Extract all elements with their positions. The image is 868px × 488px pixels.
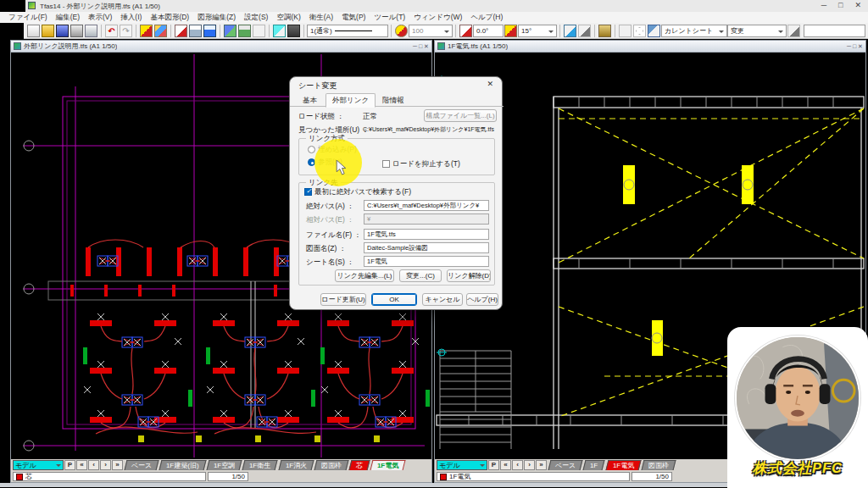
menu-tools[interactable]: ツール(T) — [370, 13, 409, 23]
first-sheet-button[interactable]: « — [76, 460, 87, 470]
minimize-icon[interactable]: ─ — [821, 1, 826, 9]
external-link-icon[interactable] — [253, 25, 265, 37]
sheet-tab-1f-denki-active[interactable]: 1F電気 — [605, 460, 641, 470]
undo-icon[interactable]: ↶ — [105, 25, 118, 37]
last-sheet-button[interactable]: » — [536, 460, 547, 470]
menu-file[interactable]: ファイル(F) — [4, 13, 52, 23]
select-filter-icon[interactable] — [619, 25, 632, 37]
next-sheet-button[interactable]: › — [524, 460, 535, 470]
layer-list-icon[interactable] — [224, 25, 236, 37]
file-name-field[interactable]: 1F電気.tfs — [364, 229, 489, 240]
angle-icon[interactable] — [459, 25, 472, 37]
right-window-titlebar[interactable]: 1F電気.tfs (A1 1/50) ─ □ ✕ — [435, 41, 865, 53]
sheet-tab-1f-eisei[interactable]: 1F衛生 — [242, 460, 278, 470]
model-select[interactable]: モデル — [13, 460, 64, 470]
prompt-icon[interactable] — [787, 25, 800, 37]
sheet-tab-shin-active[interactable]: 芯 — [349, 460, 370, 470]
sheet-settings-icon[interactable] — [238, 25, 251, 37]
menu-window[interactable]: ウィンドウ(W) — [409, 13, 466, 23]
abs-search-checkbox[interactable]: 最初に絶対パスで検索する(F) — [304, 187, 411, 197]
sheet-scope-select[interactable]: カレントシート — [661, 25, 727, 37]
zoom-select[interactable]: 100 — [409, 25, 453, 37]
abs-path-field[interactable]: C:¥Users¥t_maf¥Desktop¥外部リンク¥ — [364, 200, 489, 211]
load-status-label: ロード状態 ： — [298, 112, 344, 122]
config-files-button[interactable]: 構成ファイル一覧...(L) — [424, 109, 497, 122]
sheet-tab-zumenwaku[interactable]: 図面枠 — [314, 460, 349, 470]
tab-floor-info[interactable]: 階情報 — [376, 94, 410, 107]
left-window-titlebar[interactable]: 外部リンク説明用.tfs (A1 1/50) ─ □ ✕ — [11, 41, 431, 53]
sheet-tab-zumenwaku[interactable]: 図面枠 — [642, 460, 676, 470]
suppress-load-checkbox[interactable]: ロードを抑止する(T) — [382, 159, 460, 169]
sheet-tab-1f-denki-linked[interactable]: 1F電気 — [370, 460, 406, 470]
menu-view[interactable]: 表示(V) — [84, 13, 116, 23]
view-frame-icon[interactable] — [203, 25, 216, 37]
current-sheet-field[interactable]: 1F電気 — [437, 472, 630, 481]
unlink-button[interactable]: リンク解除(D) — [447, 269, 491, 282]
freehand-icon[interactable] — [564, 25, 576, 37]
dialog-close-icon[interactable]: ✕ — [487, 80, 493, 88]
tab-external-link[interactable]: 外部リンク — [326, 93, 376, 108]
maximize-icon[interactable]: □ — [838, 1, 843, 9]
menu-settings[interactable]: 設定(S) — [240, 13, 272, 23]
cancel-button[interactable]: キャンセル — [422, 293, 463, 306]
snap-angle-select[interactable]: 15° — [518, 25, 557, 37]
link-edit-button[interactable]: リンク先編集...(L) — [335, 269, 394, 282]
sheet-name-field[interactable]: 1F電気 — [364, 256, 489, 267]
menu-electric[interactable]: 電気(P) — [337, 13, 370, 23]
prev-sheet-button[interactable]: ‹ — [88, 460, 99, 470]
pen-edit-icon[interactable] — [175, 25, 187, 37]
menu-edit[interactable]: 編集(E) — [52, 13, 84, 23]
raster-image-icon[interactable] — [154, 25, 167, 37]
close-icon[interactable]: ✕ — [854, 1, 861, 9]
menu-insert[interactable]: 挿入(I) — [116, 13, 146, 23]
sheet-tab-base[interactable]: ベース — [548, 460, 583, 470]
next-sheet-button[interactable]: › — [100, 460, 111, 470]
tab-basic[interactable]: 基本 — [297, 94, 323, 107]
command-input[interactable] — [804, 25, 865, 37]
ok-button[interactable]: OK — [371, 293, 417, 306]
wrench-icon[interactable] — [598, 25, 611, 37]
polygon-icon[interactable] — [633, 25, 646, 37]
menu-basic-shapes[interactable]: 基本図形(D) — [146, 13, 193, 23]
pen-width-icon[interactable] — [395, 25, 408, 37]
model-select[interactable]: モデル — [437, 460, 487, 470]
spline-icon[interactable] — [578, 25, 591, 37]
first-sheet-button[interactable]: « — [500, 460, 511, 470]
menu-hvac[interactable]: 空調(K) — [272, 13, 304, 23]
angle-input[interactable]: 0.0° — [473, 25, 504, 37]
save-icon[interactable] — [56, 25, 69, 37]
print-icon[interactable] — [85, 25, 97, 37]
menu-shape-edit[interactable]: 図形編集(Z) — [193, 13, 240, 23]
sheet-tab-1f-kucho[interactable]: 1F空調 — [207, 460, 242, 470]
open-file-icon[interactable] — [42, 25, 54, 37]
pen-plus-icon[interactable] — [648, 25, 660, 37]
prev-sheet-button[interactable]: ‹ — [512, 460, 523, 470]
snap-angle-icon[interactable] — [504, 25, 517, 37]
pen-mode-button[interactable]: P — [64, 460, 75, 470]
current-sheet-field[interactable]: 芯 — [13, 472, 206, 481]
sheet-tab-1f-kenchiku[interactable]: 1F建築(旧) — [159, 460, 207, 470]
last-sheet-button[interactable]: » — [112, 460, 123, 470]
left-window-controls[interactable]: ─ □ ✕ — [413, 43, 429, 50]
edit-mode-select[interactable]: 変更 — [727, 25, 787, 37]
sheet-tab-1f[interactable]: 1F — [583, 460, 605, 470]
menu-help[interactable]: ヘルプ(H) — [466, 13, 507, 23]
line-style-select[interactable]: 1(通常) — [307, 25, 388, 37]
sheet-tab-1f-shoka[interactable]: 1F消火 — [278, 460, 314, 470]
change-button[interactable]: 変更...(C) — [399, 269, 442, 282]
sheet-window-icon[interactable] — [189, 25, 202, 37]
menu-sanitary[interactable]: 衛生(A) — [305, 13, 337, 23]
new-file-icon[interactable] — [27, 25, 40, 37]
find-drawing-icon[interactable] — [70, 25, 83, 37]
redo-icon[interactable]: ↷ — [120, 25, 132, 37]
drawing-name-field[interactable]: Daitec-Sample設備図 — [364, 242, 489, 253]
load-update-button[interactable]: ロード更新(U) — [320, 293, 366, 306]
pen-mode-button[interactable]: P — [488, 460, 499, 470]
help-button[interactable]: ヘルプ(H) — [466, 293, 498, 306]
measure-icon[interactable] — [140, 25, 153, 37]
right-window-controls[interactable]: ─ □ ✕ — [847, 43, 863, 50]
angle-value: 0.0° — [476, 27, 488, 35]
sheet-tab-base[interactable]: ベース — [125, 460, 159, 470]
clip-icon[interactable] — [273, 25, 286, 37]
partial-view-icon[interactable] — [287, 25, 300, 37]
